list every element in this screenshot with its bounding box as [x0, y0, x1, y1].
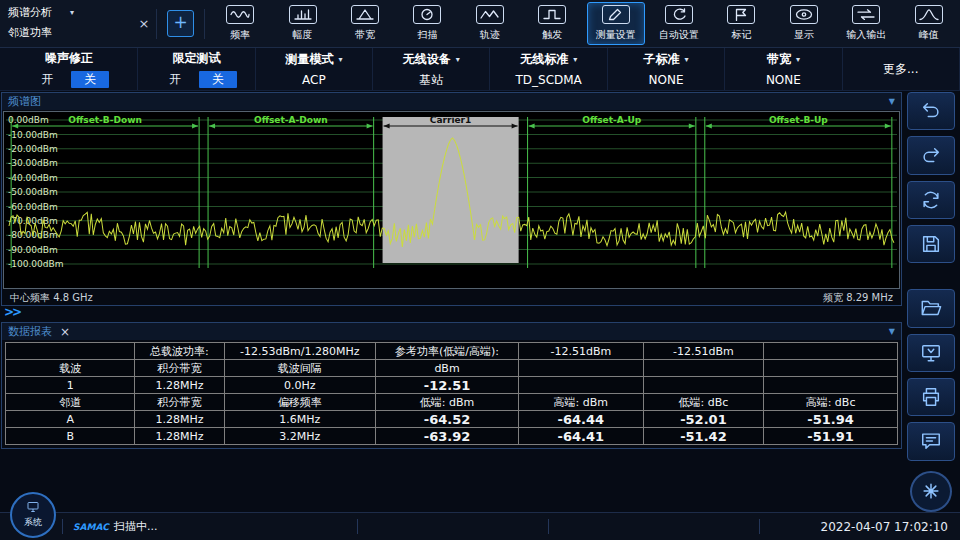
report-cell	[643, 360, 763, 377]
add-measurement-button[interactable]: +	[167, 10, 194, 37]
report-cell: 高端: dBc	[764, 394, 898, 411]
svg-text:-60.00dBm: -60.00dBm	[8, 202, 58, 212]
toolbar-button-label: 自动设置	[659, 28, 699, 42]
report-cell: 低端: dBc	[643, 394, 763, 411]
save-icon	[920, 233, 942, 255]
brand-logo: SAMAC	[73, 522, 109, 532]
undo-icon	[920, 100, 942, 122]
report-cell: -64.44	[518, 411, 643, 428]
chevron-down-icon: ▾	[456, 55, 460, 64]
menu-dropdown-wireless-device: 无线设备▾	[403, 51, 460, 68]
report-cell	[764, 343, 898, 360]
report-row: B1.28MHz3.2MHz-63.92-64.41-51.42-51.91	[6, 428, 898, 445]
report-cell: 总载波功率:	[135, 343, 224, 360]
redo-icon	[920, 145, 942, 167]
refresh-button[interactable]	[907, 181, 955, 219]
chevron-down-icon: ▾	[70, 8, 74, 17]
menu-group-more[interactable]: 更多...	[843, 48, 960, 90]
print-button[interactable]	[907, 378, 955, 416]
menu-group-bandwidth[interactable]: 带宽▾NONE	[725, 48, 842, 90]
svg-text:-10.00dBm: -10.00dBm	[8, 130, 58, 140]
report-row: A1.28MHz1.6MHz-64.52-64.44-52.01-51.94	[6, 411, 898, 428]
system-button[interactable]: 系统	[10, 492, 56, 538]
menu-dropdown-wireless-standard: 无线标准▾	[520, 51, 577, 68]
print-icon	[920, 386, 942, 408]
redo-button[interactable]	[907, 136, 955, 174]
toolbar-button-marker[interactable]: 标记	[713, 2, 769, 45]
main-content: 频谱图 ▼ 0.00dBm-10.00dBm-20.00dBm-30.00dBm…	[0, 90, 903, 449]
menu-label-bandwidth: 带宽	[767, 51, 791, 68]
collapse-spectrum-icon[interactable]: ▼	[889, 97, 895, 106]
svg-text:Offset-B-Down: Offset-B-Down	[68, 115, 142, 125]
toolbar-button-label: 测量设置	[596, 28, 636, 42]
measurement-selector[interactable]: 频谱分析 ▾ 邻道功率	[0, 0, 136, 47]
toolbar-button-measure-settings[interactable]: 测量设置	[587, 2, 645, 45]
undo-button[interactable]	[907, 92, 955, 130]
toolbar-button-auto-settings[interactable]: 自动设置	[651, 2, 707, 45]
menu-value-bandwidth: NONE	[766, 72, 801, 88]
collapse-report-icon[interactable]: ▼	[889, 327, 895, 336]
spectrum-trace-svg: 0.00dBm-10.00dBm-20.00dBm-30.00dBm-40.00…	[4, 112, 899, 288]
toggle-limit-test-option-1[interactable]: 关	[199, 71, 237, 88]
toolbar-button-trace[interactable]: 轨迹	[462, 2, 518, 45]
folder-icon	[920, 297, 942, 319]
auto-settings-icon	[665, 5, 693, 24]
system-close-button[interactable]	[910, 471, 952, 512]
toolbar-button-label: 轨迹	[480, 28, 500, 42]
report-table: 总载波功率:-12.53dBm/1.280MHz参考功率(低端/高端):-12.…	[5, 342, 898, 445]
menu-dropdown-bandwidth: 带宽▾	[767, 51, 800, 68]
spectrum-chart: 0.00dBm-10.00dBm-20.00dBm-30.00dBm-40.00…	[3, 111, 900, 289]
toolbar-button-frequency[interactable]: 频率	[212, 2, 268, 45]
report-cell: 1.28MHz	[135, 428, 224, 445]
open-file-button[interactable]	[907, 289, 955, 327]
spectrum-panel-header: 频谱图 ▼	[2, 93, 901, 110]
menu-group-wireless-device[interactable]: 无线设备▾基站	[373, 48, 490, 90]
span-label: 频宽 8.29 MHz	[823, 291, 893, 305]
toolbar-button-label: 带宽	[355, 28, 375, 42]
svg-text:Offset-A-Down: Offset-A-Down	[254, 115, 328, 125]
expand-arrows-button[interactable]: >>	[0, 306, 903, 320]
message-button[interactable]	[907, 422, 955, 460]
svg-text:Offset-B-Up: Offset-B-Up	[769, 115, 828, 125]
report-cell: 高端: dBm	[518, 394, 643, 411]
save-button[interactable]	[907, 225, 955, 263]
toolbar-button-bandwidth[interactable]: 带宽	[337, 2, 393, 45]
close-report-button[interactable]: ×	[60, 326, 70, 338]
report-cell	[6, 343, 135, 360]
toolbar-button-amplitude[interactable]: 幅度	[275, 2, 331, 45]
report-row: 邻道积分带宽偏移频率低端: dBm高端: dBm低端: dBc高端: dBc	[6, 394, 898, 411]
screen-capture-button[interactable]	[907, 334, 955, 372]
svg-text:Carrier1: Carrier1	[430, 115, 472, 125]
toolbar-button-peak[interactable]: 峰值	[901, 2, 957, 45]
report-cell: -64.52	[376, 411, 519, 428]
toolbar-button-sweep[interactable]: 扫描	[399, 2, 455, 45]
toggle-noise-correction-option-0[interactable]: 开	[28, 71, 66, 88]
report-cell: -63.92	[376, 428, 519, 445]
menu-dropdown-sub-standard: 子标准▾	[644, 51, 689, 68]
toolbar-button-label: 输入输出	[846, 28, 886, 42]
bandwidth-icon	[351, 5, 379, 24]
report-row: 载波积分带宽载波间隔dBm	[6, 360, 898, 377]
toggle-limit-test-option-0[interactable]: 开	[156, 71, 194, 88]
svg-text:-20.00dBm: -20.00dBm	[8, 144, 58, 154]
menu-label-sub-standard: 子标准	[644, 51, 680, 68]
report-cell: 载波	[6, 360, 135, 377]
divider	[548, 519, 549, 534]
toolbar-button-io[interactable]: 输入输出	[838, 2, 894, 45]
divider	[204, 9, 205, 39]
report-panel-title: 数据报表	[8, 324, 52, 339]
report-cell: 积分带宽	[135, 394, 224, 411]
toolbar-button-trigger[interactable]: 触发	[524, 2, 580, 45]
menu-value-wireless-standard: TD_SCDMA	[515, 72, 581, 88]
report-cell: 3.2MHz	[224, 428, 376, 445]
menu-group-sub-standard[interactable]: 子标准▾NONE	[608, 48, 725, 90]
toggle-noise-correction-option-1[interactable]: 关	[71, 71, 109, 88]
message-icon	[920, 430, 942, 452]
menu-group-wireless-standard[interactable]: 无线标准▾TD_SCDMA	[490, 48, 607, 90]
close-measurement-button[interactable]: ×	[136, 16, 152, 31]
menu-label-noise-correction: 噪声修正	[45, 50, 93, 67]
toolbar-button-display[interactable]: 显示	[776, 2, 832, 45]
svg-text:-50.00dBm: -50.00dBm	[8, 187, 58, 197]
amplitude-icon	[289, 5, 317, 24]
menu-group-measure-mode[interactable]: 测量模式▾ACP	[256, 48, 373, 90]
